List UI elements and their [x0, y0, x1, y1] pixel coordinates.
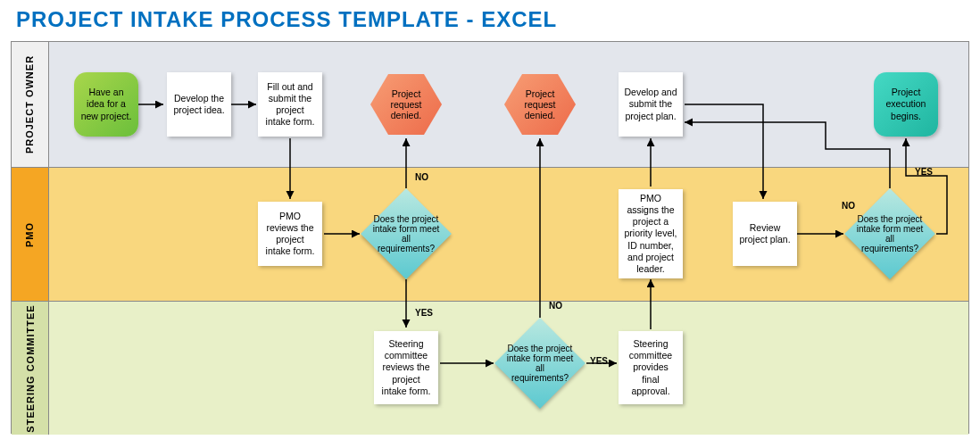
node-fill-intake-form: Fill out and submit the project intake f… [258, 72, 322, 137]
node-develop-idea: Develop the project idea. [167, 72, 231, 137]
edge-label-yes-3: YES [915, 167, 933, 177]
node-execution-begins: Project execution begins. [874, 72, 938, 137]
node-develop-project-plan: Develop and submit the project plan. [619, 72, 683, 137]
node-deny-1: Project request denied. [370, 74, 442, 135]
lane-pmo: PMO [12, 167, 968, 301]
node-pmo-assigns: PMO assigns the project a priority level… [619, 189, 683, 278]
swimlane-diagram: PROJECT OWNER PMO STEERING COMMITTEE [11, 41, 969, 434]
lane-label-pmo: PMO [12, 168, 49, 301]
node-review-project-plan: Review project plan. [733, 202, 797, 266]
node-pmo-review-intake: PMO reviews the project intake form. [258, 202, 322, 266]
lane-label-steer: STEERING COMMITTEE [12, 302, 49, 435]
node-steering-review: Steering committee reviews the project i… [374, 331, 438, 404]
edge-label-no-2: NO [549, 301, 562, 311]
node-steering-approval: Steering committee provides final approv… [619, 331, 683, 404]
node-deny-2: Project request denied. [504, 74, 576, 135]
node-start-idea: Have an idea for a new project. [74, 72, 138, 137]
decision-plan-requirements: Does the project intake form meet all re… [845, 189, 934, 278]
lane-project-owner: PROJECT OWNER [12, 42, 968, 167]
edge-label-yes-1: YES [415, 308, 433, 318]
decision-pmo-requirements: Does the project intake form meet all re… [361, 189, 451, 278]
lane-steering-committee: STEERING COMMITTEE [12, 301, 968, 435]
lane-label-owner: PROJECT OWNER [12, 42, 49, 167]
decision-steering-requirements: Does the project intake form meet all re… [495, 319, 585, 408]
edge-label-yes-2: YES [590, 356, 608, 366]
edge-label-no-3: NO [842, 201, 855, 211]
page-title: PROJECT INTAKE PROCESS TEMPLATE - EXCEL [0, 0, 980, 41]
edge-label-no-1: NO [415, 172, 428, 182]
